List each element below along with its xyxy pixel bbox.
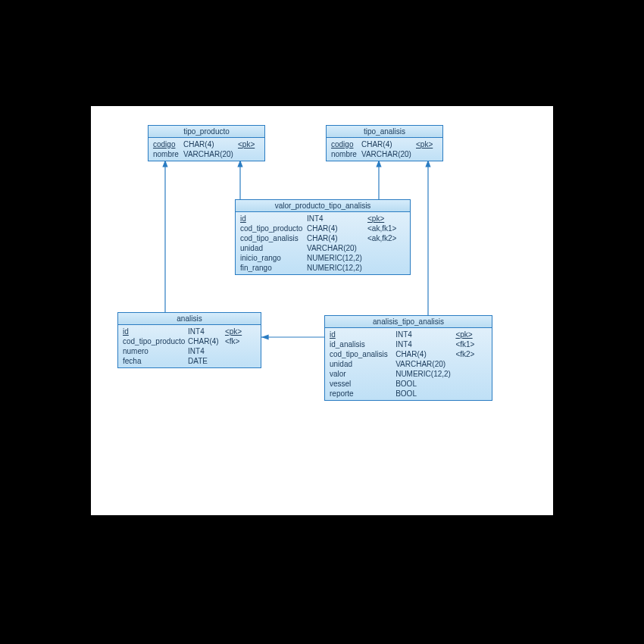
table-row: fin_rango NUMERIC(12,2) bbox=[240, 263, 405, 273]
table-row: cod_tipo_analisis CHAR(4) <ak,fk2> bbox=[240, 233, 405, 243]
entity-body: id INT4 <pk> cod_tipo_producto CHAR(4) <… bbox=[236, 212, 410, 274]
entity-tipo-analisis: tipo_analisis codigo CHAR(4) <pk> nombre… bbox=[326, 125, 443, 161]
table-row: codigo CHAR(4) <pk> bbox=[153, 139, 260, 149]
table-row: nombre VARCHAR(20) bbox=[331, 149, 438, 159]
table-row: cod_tipo_producto CHAR(4) <fk> bbox=[123, 336, 256, 346]
table-row: id INT4 <pk> bbox=[240, 214, 405, 224]
entity-valor-producto-tipo-analisis: valor_producto_tipo_analisis id INT4 <pk… bbox=[235, 199, 411, 275]
entity-title: valor_producto_tipo_analisis bbox=[236, 200, 410, 212]
table-row: id INT4 <pk> bbox=[330, 330, 487, 339]
entity-tipo-producto: tipo_producto codigo CHAR(4) <pk> nombre… bbox=[148, 125, 265, 161]
entity-analisis: analisis id INT4 <pk> cod_tipo_producto … bbox=[117, 312, 261, 368]
entity-title: analisis bbox=[118, 313, 261, 325]
entity-body: codigo CHAR(4) <pk> nombre VARCHAR(20) bbox=[148, 138, 264, 161]
table-row: valor NUMERIC(12,2) bbox=[330, 369, 487, 379]
table-row: vessel BOOL bbox=[330, 379, 487, 389]
entity-analisis-tipo-analisis: analisis_tipo_analisis id INT4 <pk> id_a… bbox=[324, 315, 492, 401]
diagram-canvas: tipo_producto codigo CHAR(4) <pk> nombre… bbox=[91, 106, 553, 515]
relationship-connectors bbox=[91, 106, 553, 515]
table-row: cod_tipo_producto CHAR(4) <ak,fk1> bbox=[240, 224, 405, 233]
table-row: codigo CHAR(4) <pk> bbox=[331, 139, 438, 149]
entity-title: tipo_analisis bbox=[327, 126, 442, 138]
table-row: id INT4 <pk> bbox=[123, 327, 256, 336]
table-row: unidad VARCHAR(20) bbox=[240, 243, 405, 253]
table-row: numero INT4 bbox=[123, 346, 256, 356]
entity-body: id INT4 <pk> cod_tipo_producto CHAR(4) <… bbox=[118, 325, 261, 367]
entity-title: tipo_producto bbox=[148, 126, 264, 138]
table-row: fecha DATE bbox=[123, 356, 256, 366]
entity-body: id INT4 <pk> id_analisis INT4 <fk1> cod_… bbox=[325, 328, 492, 400]
table-row: inicio_rango NUMERIC(12,2) bbox=[240, 253, 405, 263]
entity-title: analisis_tipo_analisis bbox=[325, 316, 492, 328]
table-row: cod_tipo_analisis CHAR(4) <fk2> bbox=[330, 349, 487, 359]
entity-body: codigo CHAR(4) <pk> nombre VARCHAR(20) bbox=[327, 138, 442, 161]
table-row: unidad VARCHAR(20) bbox=[330, 359, 487, 369]
table-row: reporte BOOL bbox=[330, 389, 487, 399]
table-row: id_analisis INT4 <fk1> bbox=[330, 339, 487, 349]
table-row: nombre VARCHAR(20) bbox=[153, 149, 260, 159]
